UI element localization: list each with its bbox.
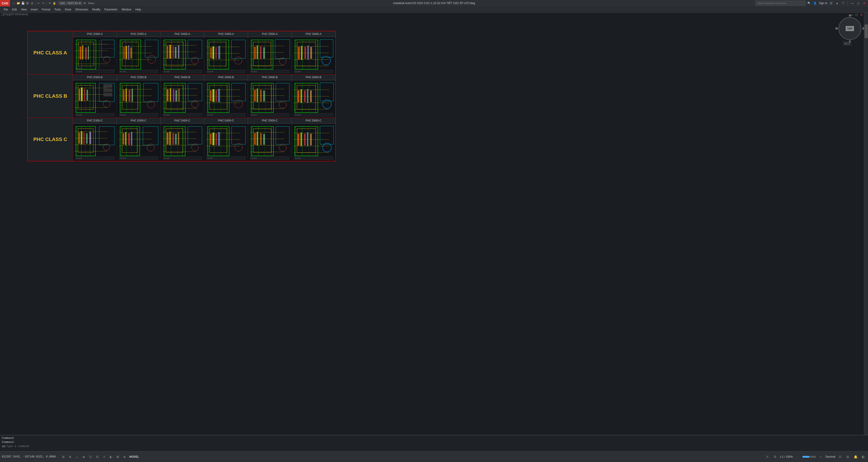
zoom-in-icon[interactable]: +	[818, 454, 824, 460]
menu-tools[interactable]: Tools	[53, 7, 63, 12]
title-text: Autodesk AutoCAD 2023 3.KC-1.15-32-CHI T…	[393, 2, 475, 5]
minimize-button[interactable]: —	[850, 1, 855, 5]
menu-window[interactable]: Window	[120, 7, 133, 12]
user-icon[interactable]: 👤	[813, 1, 817, 5]
search-placeholder: Type a keyword or phrase	[757, 2, 786, 4]
otrack-icon[interactable]: ⊟	[94, 454, 100, 460]
thumb-c2[interactable]: KC-1.15-32	[117, 124, 161, 161]
lineweight-icon[interactable]: ≡	[101, 454, 107, 460]
phc-class-c-label: PHC CLASS C	[33, 136, 67, 142]
thumb-a6[interactable]: KC-1.15-32	[292, 37, 335, 74]
save-icon[interactable]: 💾	[21, 1, 25, 5]
selection-icon[interactable]: ⊠	[115, 454, 121, 460]
drawing-maximize[interactable]: □	[855, 13, 859, 17]
transparency-icon[interactable]: ◐	[108, 454, 114, 460]
menu-insert[interactable]: Insert	[29, 7, 39, 12]
thumb-b4[interactable]: KC-1.15-32	[204, 80, 248, 118]
scrollbar-vertical[interactable]	[864, 13, 868, 435]
sep3	[57, 1, 58, 5]
notification-icon[interactable]: 🔔	[852, 454, 859, 460]
thumb-c4[interactable]: KC-1.15-32	[204, 124, 248, 161]
phc-class-c-label-cell: PHC CLASS C	[28, 118, 73, 161]
share-btn[interactable]: Share	[89, 1, 93, 5]
thumb-c1[interactable]: KC-1.15-32	[73, 124, 117, 161]
thumb-b1[interactable]: KC-1.15-32	[73, 80, 117, 118]
canvas-area[interactable]: PHC CLASS A PHC D300-A PHC D350-A PHC D4…	[0, 13, 864, 435]
thumb-a4[interactable]: KC-1.15-32	[204, 37, 248, 74]
svg-text:KC-1.15-32: KC-1.15-32	[295, 71, 301, 72]
account-icon[interactable]: ▲	[835, 1, 839, 5]
redo-icon[interactable]: ↪	[41, 1, 45, 5]
undo-icon[interactable]: ↩	[36, 1, 41, 5]
menu-edit[interactable]: Edit	[10, 7, 19, 12]
status-model: MODEL	[129, 455, 139, 458]
close-button[interactable]: ✕	[862, 1, 866, 5]
search-icon[interactable]: 🔍	[807, 1, 811, 5]
command-input-row[interactable]: ⌨	[2, 445, 866, 448]
phc-class-b-drawings: PHC D300-B PHC D350-B PHC D400-B PHC D45…	[73, 74, 335, 118]
open-icon[interactable]: 📂	[16, 1, 21, 5]
new-icon[interactable]: □	[12, 1, 16, 5]
svg-rect-214	[257, 89, 258, 102]
svg-rect-39	[123, 47, 125, 59]
maximize-button[interactable]: □	[856, 1, 860, 5]
thumb-b5[interactable]: KC-1.15-32	[248, 80, 292, 118]
thumb-c3[interactable]: KC-1.15-32	[161, 124, 205, 161]
snap-grid-icon[interactable]: ⊞	[60, 454, 66, 460]
svg-text:KC-1.15-32: KC-1.15-32	[251, 158, 257, 159]
thumb-a1[interactable]: KC-1.15-32 PHC D300-A	[73, 37, 117, 74]
menu-modify[interactable]: Modify	[91, 7, 102, 12]
zoom-slider[interactable]	[802, 456, 816, 458]
lock-icon[interactable]: 🔒	[52, 1, 56, 5]
svg-rect-232	[298, 91, 300, 102]
thumb-a2[interactable]: KC-1.15-32	[117, 37, 161, 74]
cad-logo[interactable]: CAD	[0, 0, 10, 6]
thumb-c5[interactable]: KC-1.15-32	[248, 124, 292, 161]
print-icon[interactable]: 🖨	[30, 1, 34, 5]
menu-view[interactable]: View	[19, 7, 29, 12]
drawing-close[interactable]: ✕	[859, 13, 864, 17]
svg-rect-234	[304, 91, 306, 102]
menu-format[interactable]: Format	[40, 7, 52, 12]
layer-icon[interactable]: ☀	[48, 1, 52, 5]
snap-icon[interactable]: ⊕	[67, 454, 73, 460]
command-input[interactable]	[6, 445, 52, 448]
thumb-a5[interactable]: KC-1.15-32	[248, 37, 292, 74]
help-icon[interactable]: ?	[841, 1, 845, 5]
drawing-minimize[interactable]: —	[849, 13, 854, 17]
osnap-icon[interactable]: ⊡	[88, 454, 93, 460]
svg-rect-98	[260, 46, 261, 59]
thumb-b3[interactable]: KC-1.15-32	[161, 80, 205, 118]
panel-icon[interactable]: ◧	[860, 454, 866, 460]
menu-help[interactable]: Help	[134, 7, 143, 12]
thumb-a3[interactable]: KC-1.15-32	[161, 37, 205, 74]
polar-icon[interactable]: ◈	[81, 454, 87, 460]
workspace-dropdown[interactable]: CDC - TEXT KH ▼	[59, 1, 82, 5]
search-bar[interactable]: Type a keyword or phrase	[755, 1, 805, 6]
hardware-icon[interactable]: ⊞	[845, 454, 851, 460]
ortho-icon[interactable]: ⊥	[74, 454, 80, 460]
svg-rect-291	[169, 132, 170, 145]
menu-draw[interactable]: Draw	[63, 7, 73, 12]
scroll-thumb[interactable]	[865, 25, 868, 38]
thumb-b2[interactable]: KC-1.15-32	[117, 80, 161, 118]
sign-in-label[interactable]: Sign In	[819, 2, 827, 5]
settings-icon[interactable]: ⚙	[83, 1, 87, 5]
custom-model-icon[interactable]: ⊡	[837, 454, 843, 460]
save-as-icon[interactable]: 🖫	[25, 1, 30, 5]
thumb-c6[interactable]: KC-1.15-32	[292, 124, 335, 161]
gizmo-icon[interactable]: ⊗	[122, 454, 127, 460]
share-label: Share	[88, 2, 94, 4]
svg-rect-138	[87, 90, 88, 101]
zoom-out-icon[interactable]: -	[795, 454, 801, 460]
phc-c-col-6: PHC D600-C	[292, 118, 335, 123]
cart-icon[interactable]: 🛒	[829, 1, 833, 5]
menu-file[interactable]: File	[2, 7, 10, 12]
thumb-b6[interactable]: KC-1.15-32	[292, 80, 335, 118]
menu-parametric[interactable]: Parametric	[102, 7, 119, 12]
workspace-icon[interactable]: ⚙	[772, 454, 778, 460]
svg-rect-312	[218, 132, 220, 145]
svg-rect-78	[213, 46, 214, 59]
menu-dimension[interactable]: Dimension	[73, 7, 90, 12]
annotation-icon[interactable]: A	[764, 454, 770, 460]
